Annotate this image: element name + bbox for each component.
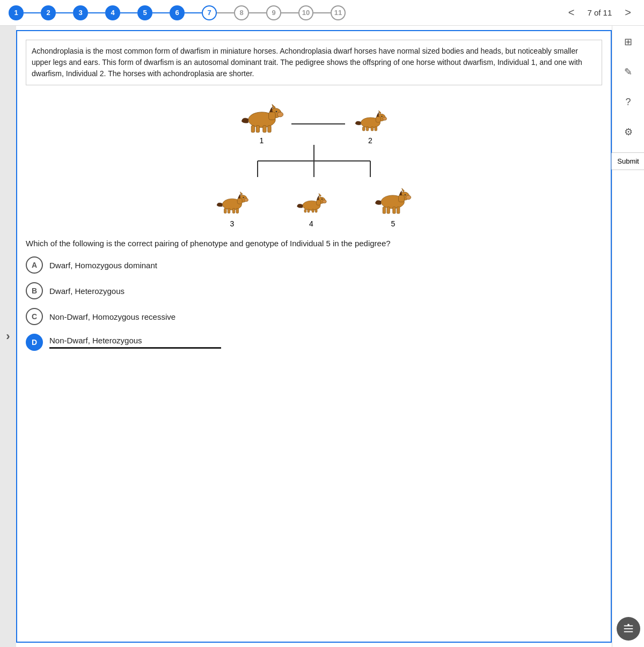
answer-label-d: Non-Dwarf, Heterozygous (49, 336, 221, 345)
calculator-icon[interactable]: ⊞ (619, 32, 638, 52)
svg-rect-15 (376, 117, 380, 123)
svg-rect-33 (232, 208, 235, 213)
list-icon (623, 623, 634, 635)
step-connector-7 (217, 12, 234, 13)
step-9[interactable]: 9 (266, 5, 281, 20)
answer-item-b[interactable]: B Dwarf, Heterozygous (26, 282, 602, 299)
step-circle-1[interactable]: 1 (9, 5, 24, 20)
top-navigation: 1 2 3 4 5 6 (0, 0, 644, 26)
step-line-2 (56, 12, 73, 13)
svg-rect-18 (371, 127, 374, 131)
step-2[interactable]: 2 (41, 5, 56, 20)
svg-rect-54 (397, 207, 399, 214)
left-expand-arrow[interactable]: › (6, 329, 10, 343)
step-circle-3[interactable]: 3 (73, 5, 88, 20)
answer-circle-d[interactable]: D (26, 334, 43, 351)
step-circle-2[interactable]: 2 (41, 5, 56, 20)
individual-1-label: 1 (260, 136, 264, 145)
horse-5-image (370, 177, 416, 217)
step-circle-4[interactable]: 4 (105, 5, 120, 20)
individual-2: 2 (350, 99, 391, 145)
svg-point-39 (321, 198, 322, 200)
prev-button[interactable]: < (564, 4, 579, 21)
pedigree-diagram: 1 (26, 94, 602, 228)
step-circle-11[interactable]: 11 (331, 5, 346, 20)
svg-rect-31 (224, 208, 227, 213)
question-icon[interactable]: ? (619, 92, 638, 112)
step-10[interactable]: 10 (298, 5, 313, 20)
step-circle-10[interactable]: 10 (298, 5, 313, 20)
main-layout: › Achondroplasia is the most common form… (0, 26, 644, 647)
svg-rect-7 (256, 126, 259, 133)
floating-action-button[interactable] (617, 617, 640, 641)
horse-1-image (238, 94, 286, 134)
question-text: Which of the following is the correct pa… (26, 239, 602, 248)
svg-rect-52 (387, 207, 390, 214)
svg-rect-8 (262, 126, 266, 133)
step-connector-3 (88, 12, 105, 13)
answer-item-c[interactable]: C Non-Dwarf, Homozygous recessive (26, 308, 602, 325)
submit-button[interactable]: Submit (611, 152, 644, 170)
individual-2-label: 2 (368, 136, 372, 145)
answer-label-b: Dwarf, Heterozygous (49, 286, 125, 296)
answer-circle-c[interactable]: C (26, 308, 43, 325)
step-connector-4 (120, 12, 137, 13)
answer-item-d[interactable]: D Non-Dwarf, Heterozygous (26, 334, 602, 351)
step-1[interactable]: 1 (9, 5, 24, 20)
step-line-6 (185, 12, 202, 13)
step-connector-10 (313, 12, 331, 13)
content-area: Achondroplasia is the most common form o… (16, 30, 612, 643)
step-circle-8[interactable]: 8 (234, 5, 249, 20)
svg-rect-53 (393, 207, 396, 214)
svg-marker-38 (319, 194, 321, 197)
children-row: 3 (201, 177, 427, 228)
svg-rect-51 (383, 207, 385, 214)
step-line-3 (88, 12, 105, 13)
svg-rect-32 (228, 208, 230, 213)
step-11[interactable]: 11 (331, 5, 346, 20)
step-circle-6[interactable]: 6 (170, 5, 185, 20)
svg-rect-9 (267, 126, 270, 133)
answer-label-c: Non-Dwarf, Homozygous recessive (49, 312, 175, 321)
left-panel[interactable]: › (0, 26, 16, 647)
svg-rect-50 (399, 195, 405, 202)
step-circle-7[interactable]: 7 (202, 5, 217, 20)
step-circle-5[interactable]: 5 (137, 5, 152, 20)
step-connector-5 (152, 12, 170, 13)
horse-3-image (212, 180, 252, 217)
step-7[interactable]: 7 (202, 5, 217, 20)
answer-item-a[interactable]: A Dwarf, Homozygous dominant (26, 256, 602, 274)
step-line-4 (120, 12, 137, 13)
step-line-9 (281, 12, 298, 13)
svg-point-2 (277, 112, 283, 117)
passage-text: Achondroplasia is the most common form o… (26, 40, 602, 85)
answer-circle-b[interactable]: B (26, 282, 43, 299)
svg-rect-17 (366, 127, 369, 131)
individual-3: 3 (212, 180, 252, 228)
step-5[interactable]: 5 (137, 5, 152, 20)
answer-circle-a[interactable]: A (26, 256, 43, 274)
step-connector-1 (24, 12, 41, 13)
svg-point-47 (406, 195, 411, 200)
settings-icon[interactable]: ⚙ (619, 122, 638, 142)
horse-4-image (291, 180, 332, 217)
horse-2-image (350, 99, 391, 134)
parent-connect-line (291, 123, 345, 124)
svg-point-49 (405, 194, 406, 195)
svg-point-4 (275, 111, 277, 113)
next-button[interactable]: > (620, 4, 635, 21)
nav-right: < 7 of 11 > (564, 4, 635, 21)
step-3[interactable]: 3 (73, 5, 88, 20)
svg-point-58 (627, 624, 630, 626)
svg-marker-28 (240, 192, 243, 195)
pencil-icon[interactable]: ✎ (619, 62, 638, 82)
svg-point-12 (383, 117, 387, 120)
step-connector-2 (56, 12, 73, 13)
step-circle-9[interactable]: 9 (266, 5, 281, 20)
individual-1: 1 (238, 94, 286, 145)
right-sidebar: ⊞ ✎ ? ⚙ Submit (612, 26, 644, 647)
svg-rect-34 (236, 208, 239, 213)
step-8[interactable]: 8 (234, 5, 249, 20)
step-6[interactable]: 6 (170, 5, 185, 20)
step-4[interactable]: 4 (105, 5, 120, 20)
